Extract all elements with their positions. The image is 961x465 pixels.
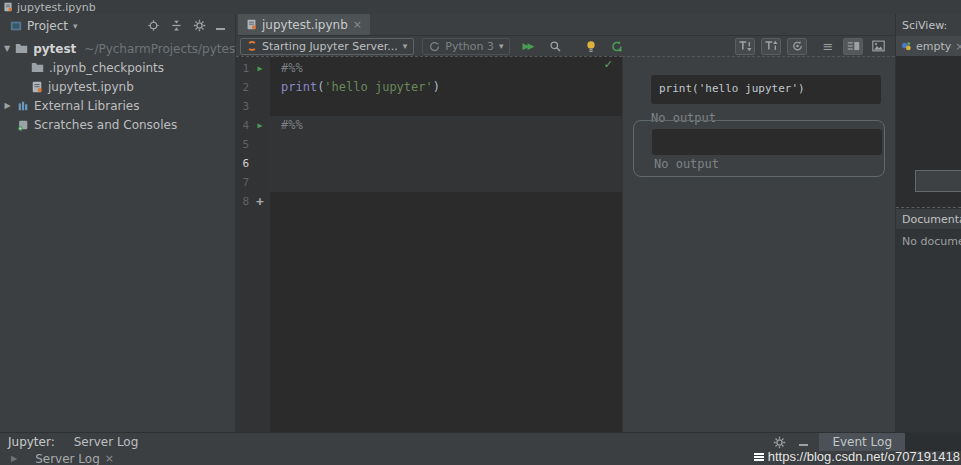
- libraries-icon: [17, 100, 29, 112]
- kernel-selector-label: Python 3: [445, 40, 494, 53]
- run-cell-above-icon[interactable]: [761, 38, 781, 55]
- folder-icon: [31, 62, 44, 73]
- hide-panel-icon[interactable]: [216, 19, 225, 33]
- editor-tab[interactable]: jupytest.ipynb ×: [238, 14, 370, 35]
- current-line-number: 6: [236, 157, 249, 170]
- bulb-icon[interactable]: [582, 37, 600, 55]
- gear-icon[interactable]: [773, 436, 786, 449]
- run-all-icon[interactable]: ▶▶: [518, 37, 538, 55]
- line-number: 3: [236, 100, 249, 113]
- python-icon: [429, 41, 440, 52]
- editor-gutter: 1▶ 2 3 4▶ 5 6 7 8+: [236, 57, 270, 432]
- server-log-console-tab[interactable]: Server Log ×: [35, 452, 114, 465]
- collapse-all-icon[interactable]: [170, 19, 183, 32]
- kernel-selector[interactable]: Python 3 ▾: [422, 38, 510, 55]
- add-cell-icon[interactable]: +: [254, 194, 266, 209]
- server-log-tab[interactable]: Server Log: [74, 435, 139, 449]
- tree-item-external-libraries[interactable]: ▶ External Libraries: [0, 96, 235, 115]
- sciview-header: SciView: Data: [896, 14, 961, 36]
- inspections-ok-icon[interactable]: ✓: [604, 58, 613, 71]
- tree-item-label: pytest: [33, 42, 76, 56]
- sciview-title: SciView:: [902, 19, 947, 32]
- project-panel-title[interactable]: Project: [27, 19, 68, 33]
- restart-kernel-icon[interactable]: [787, 38, 807, 55]
- notebook-file-icon: [3, 2, 13, 12]
- divider: [896, 207, 961, 208]
- csdn-logo-icon: [754, 453, 764, 455]
- line-number: 2: [236, 81, 249, 94]
- project-tree: ▼ pytest ~/PycharmProjects/pytest .ipynb…: [0, 39, 235, 134]
- play-icon[interactable]: ▶: [11, 454, 17, 463]
- expand-arrow-icon[interactable]: ▼: [4, 44, 10, 53]
- sciview-plot-icon: [901, 41, 912, 52]
- sciview-content: Documentation No documentation: [896, 56, 961, 432]
- code-token: 'hello jupyter': [324, 80, 432, 94]
- chevron-down-icon: ▾: [403, 41, 408, 51]
- event-log-label: Event Log: [832, 435, 892, 449]
- documentation-empty-text: No documentation: [896, 229, 961, 432]
- folder-icon: [15, 43, 28, 54]
- jupyter-icon: [247, 41, 257, 51]
- run-cell-icon[interactable]: ▶: [254, 64, 266, 73]
- restart-server-icon[interactable]: [608, 37, 626, 55]
- preview-cell[interactable]: print('hello jupyter') No output: [651, 75, 881, 125]
- sciview-field[interactable]: [915, 170, 961, 192]
- preview-cell-source[interactable]: [652, 129, 882, 155]
- tree-item-path: ~/PycharmProjects/pytest: [84, 42, 240, 56]
- editor-tabbar: jupytest.ipynb ×: [236, 14, 895, 36]
- tree-item-ipynb-checkpoints[interactable]: .ipynb_checkpoints: [0, 58, 235, 77]
- collapse-arrow-icon[interactable]: ▶: [3, 101, 12, 110]
- hide-panel-icon[interactable]: [799, 435, 808, 449]
- tree-item-label: .ipynb_checkpoints: [49, 61, 164, 75]
- sciview-tab-label: empty: [916, 40, 951, 53]
- server-selector-label: Starting Jupyter Server...: [262, 40, 398, 53]
- jupyter-preview-panel: print('hello jupyter') No output No outp…: [622, 56, 895, 432]
- jupyter-toolbar: Starting Jupyter Server... ▾ Python 3 ▾ …: [236, 36, 895, 56]
- line-number: 5: [236, 138, 249, 151]
- tree-item-label: External Libraries: [34, 99, 139, 113]
- cell-marker: #%%: [281, 61, 303, 75]
- code-token: print: [281, 80, 317, 94]
- run-cell-below-icon[interactable]: [735, 38, 755, 55]
- line-number: 4: [236, 119, 249, 132]
- show-code-and-output-icon[interactable]: [843, 38, 863, 55]
- project-panel-header: Project ▾: [0, 14, 235, 37]
- watermark: https://blog.csdn.net/o707191418: [754, 449, 960, 464]
- notebook-file-icon: [31, 81, 43, 93]
- line-number: 7: [236, 176, 249, 189]
- close-icon[interactable]: ×: [105, 453, 114, 464]
- notebook-file-icon: [246, 19, 257, 30]
- project-tool-icon: [10, 20, 22, 32]
- sciview-tab-empty[interactable]: empty ×: [896, 36, 961, 56]
- run-cell-icon[interactable]: ▶: [254, 121, 266, 130]
- tree-item-scratches[interactable]: Scratches and Consoles: [0, 115, 235, 134]
- sciview-panel: SciView: Data empty × Documentation No d…: [895, 14, 961, 432]
- jupyter-server-selector[interactable]: Starting Jupyter Server... ▾: [240, 38, 414, 55]
- locate-icon[interactable]: [147, 19, 160, 32]
- code-editor[interactable]: 1▶ 2 3 4▶ 5 6 7 8+ #%% print('hello jupy…: [236, 56, 622, 432]
- preview-cell-source[interactable]: print('hello jupyter'): [651, 75, 881, 104]
- search-icon[interactable]: [546, 37, 564, 55]
- tree-item-label: jupytest.ipynb: [48, 80, 134, 94]
- documentation-header: Documentation: [896, 209, 961, 229]
- preview-cell-status: No output: [654, 157, 719, 171]
- sciview-tabbar: empty ×: [896, 36, 961, 56]
- gear-icon[interactable]: [193, 19, 206, 32]
- preview-cell-selected[interactable]: No output: [633, 120, 885, 177]
- show-output-only-icon[interactable]: [869, 37, 887, 55]
- console-tab-label: Server Log: [35, 452, 100, 465]
- tree-item-pytest[interactable]: ▼ pytest ~/PycharmProjects/pytest: [0, 39, 235, 58]
- window-title: jupytest.ipynb: [17, 1, 96, 14]
- line-number: 8: [236, 195, 249, 208]
- tool-window-title: Jupyter:: [8, 435, 55, 449]
- close-icon[interactable]: ×: [353, 19, 362, 30]
- code-content[interactable]: #%% print('hello jupyter') #%%: [270, 59, 622, 135]
- scratches-icon: [17, 119, 29, 131]
- chevron-down-icon[interactable]: ▾: [73, 21, 78, 31]
- code-token: ): [433, 80, 440, 94]
- window-titlebar: jupytest.ipynb: [0, 0, 961, 14]
- close-icon[interactable]: ×: [955, 41, 961, 52]
- cell-marker: #%%: [281, 118, 303, 132]
- show-code-only-icon[interactable]: ≡: [819, 37, 837, 55]
- tree-item-jupytest-ipynb[interactable]: jupytest.ipynb: [0, 77, 235, 96]
